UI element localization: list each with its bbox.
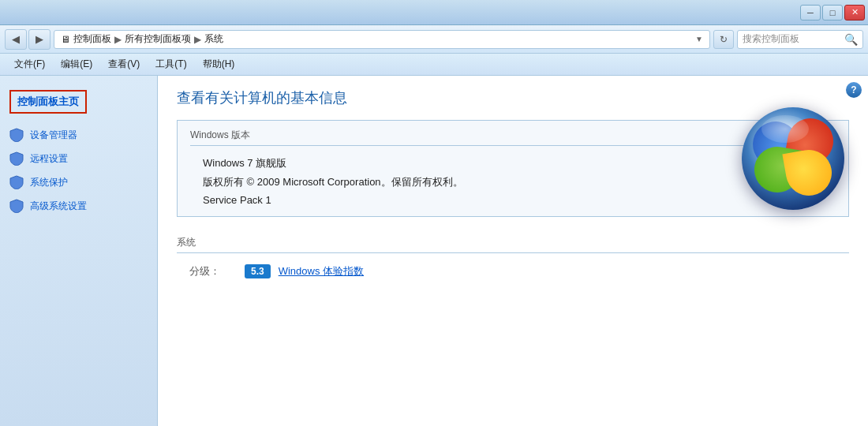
shield-icon-1 [9,128,24,142]
window-controls: ─ □ ✕ [800,5,865,21]
sidebar-item-advanced[interactable]: 高级系统设置 [0,194,157,218]
search-icon[interactable]: 🔍 [844,33,858,46]
sidebar-item-device-manager[interactable]: 设备管理器 [0,123,157,147]
address-path-box[interactable]: 🖥 控制面板 ▶ 所有控制面板项 ▶ 系统 ▼ [54,30,710,49]
score-badge: 5.3 [245,264,271,278]
close-button[interactable]: ✕ [844,5,865,21]
windows-logo [742,107,844,210]
shield-icon-3 [9,175,24,189]
nav-buttons: ◀ ▶ [5,29,51,50]
path-sep-2: ▶ [194,34,201,45]
system-section: 系统 分级： 5.3 Windows 体验指数 [177,236,849,282]
search-box[interactable]: 搜索控制面板 🔍 [737,30,863,49]
forward-button[interactable]: ▶ [28,29,51,50]
path-dropdown-arrow[interactable]: ▼ [695,35,703,43]
maximize-button[interactable]: □ [822,5,843,21]
sidebar: 控制面板主页 设备管理器 远程设置 系统保护 高级系统设置 [0,76,158,426]
sidebar-item-remote[interactable]: 远程设置 [0,147,157,170]
address-bar: ◀ ▶ 🖥 控制面板 ▶ 所有控制面板项 ▶ 系统 ▼ ↻ 搜索控制面板 🔍 [0,25,868,54]
back-button[interactable]: ◀ [5,29,27,50]
logo-highlight [761,115,809,143]
menu-help[interactable]: 帮助(H) [195,54,243,74]
path-sep-1: ▶ [114,34,122,45]
windows-sphere [742,107,844,210]
path-segment-1[interactable]: 控制面板 [73,32,111,46]
help-button[interactable]: ? [846,82,862,98]
refresh-button[interactable]: ↻ [713,30,734,49]
rating-label: 分级： [189,264,237,278]
sidebar-home-link[interactable]: 控制面板主页 [9,90,87,114]
page-title: 查看有关计算机的基本信息 [177,88,849,107]
rating-link[interactable]: Windows 体验指数 [279,264,364,278]
content-area: ? 查看有关计算机的基本信息 Windows 版本 Windows 7 旗舰版 … [158,76,868,426]
shield-icon-4 [9,199,24,213]
path-segment-3[interactable]: 系统 [204,32,223,46]
shield-icon-2 [9,151,24,166]
menu-file[interactable]: 文件(F) [6,54,53,74]
rating-row: 分级： 5.3 Windows 体验指数 [177,261,849,282]
sidebar-item-protection[interactable]: 系统保护 [0,170,157,194]
path-icon: 🖥 [61,34,70,45]
windows-copyright: 版权所有 © 2009 Microsoft Corporation。保留所有权利… [190,173,836,192]
search-placeholder: 搜索控制面板 [743,32,799,46]
main-container: 控制面板主页 设备管理器 远程设置 系统保护 高级系统设置 [0,76,868,426]
menu-tools[interactable]: 工具(T) [148,54,194,74]
minimize-button[interactable]: ─ [800,5,821,21]
menu-edit[interactable]: 编辑(E) [53,54,100,74]
title-bar: ─ □ ✕ [0,0,868,25]
menu-bar: 文件(F) 编辑(E) 查看(V) 工具(T) 帮助(H) [0,54,868,76]
menu-view[interactable]: 查看(V) [100,54,148,74]
path-segment-2[interactable]: 所有控制面板项 [125,32,191,46]
system-section-label: 系统 [177,236,849,253]
service-pack: Service Pack 1 [190,192,836,208]
windows-version-label: Windows 版本 [190,129,836,146]
windows-edition: Windows 7 旗舰版 [190,154,836,173]
